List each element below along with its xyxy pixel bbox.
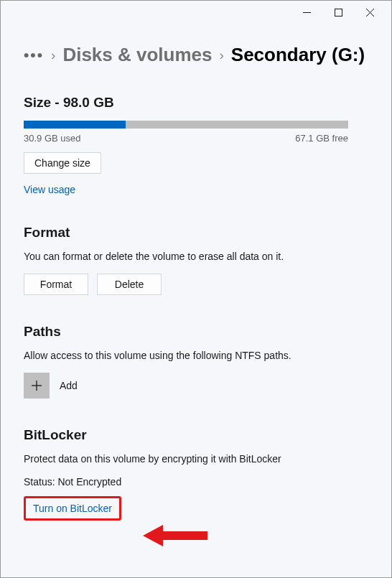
paths-desc: Allow access to this volume using the fo… [24,350,368,361]
minimize-button[interactable] [291,2,322,22]
maximize-button[interactable] [322,2,354,22]
paths-section: Paths Allow access to this volume using … [24,324,368,398]
paths-heading: Paths [24,324,368,340]
svg-rect-1 [335,9,342,16]
add-label: Add [60,380,78,391]
usage-bar [24,121,348,129]
format-button[interactable]: Format [24,274,88,295]
breadcrumb-more-icon[interactable]: ••• [24,47,44,64]
size-heading: Size - 98.0 GB [24,95,368,111]
delete-button[interactable]: Delete [97,274,162,295]
bitlocker-desc: Protect data on this volume by encryptin… [24,453,368,465]
titlebar [1,1,391,24]
bitlocker-status: Status: Not Encrypted [24,476,368,488]
plus-icon [24,373,50,398]
used-label: 30.9 GB used [24,133,81,144]
format-heading: Format [24,225,368,241]
view-usage-link[interactable]: View usage [24,184,75,195]
size-section: Size - 98.0 GB 30.9 GB used 67.1 GB free… [24,95,368,196]
format-section: Format You can format or delete the volu… [24,225,368,295]
chevron-right-icon: › [219,47,223,63]
free-label: 67.1 GB free [295,133,348,144]
format-desc: You can format or delete the volume to e… [24,251,368,262]
close-button[interactable] [354,2,386,22]
breadcrumb-parent[interactable]: Disks & volumes [62,44,212,66]
turn-on-bitlocker-link[interactable]: Turn on BitLocker [33,503,112,514]
bitlocker-heading: BitLocker [24,427,368,443]
change-size-button[interactable]: Change size [24,152,101,174]
chevron-right-icon: › [51,47,55,63]
annotation-highlight: Turn on BitLocker [24,496,121,521]
usage-bar-fill [24,121,126,129]
bitlocker-section: BitLocker Protect data on this volume by… [24,427,368,521]
svg-marker-6 [143,525,207,546]
breadcrumb-current: Secondary (G:) [231,44,365,66]
annotation-arrow-icon [143,523,207,549]
breadcrumb: ••• › Disks & volumes › Secondary (G:) [24,44,368,66]
add-path-button[interactable]: Add [24,373,368,398]
